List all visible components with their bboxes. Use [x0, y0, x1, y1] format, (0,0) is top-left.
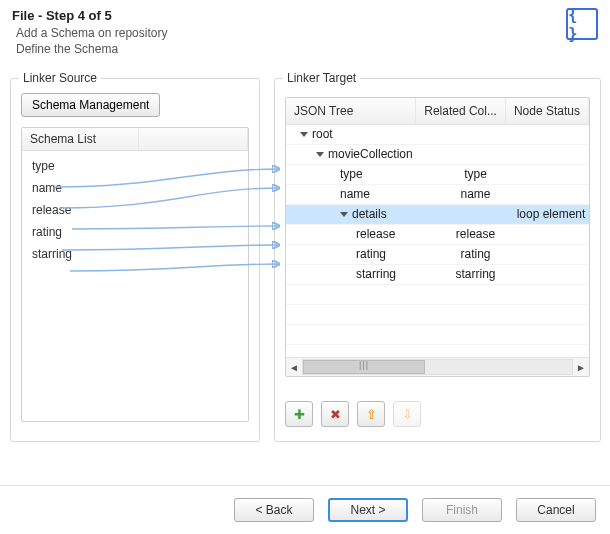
finish-button: Finish [422, 498, 502, 522]
tree-node-label: movieCollection [328, 145, 413, 164]
back-button[interactable]: < Back [234, 498, 314, 522]
linker-target-label: Linker Target [283, 71, 360, 85]
expander-icon[interactable] [340, 212, 348, 217]
wizard-footer: < Back Next > Finish Cancel [0, 485, 610, 534]
list-item[interactable]: release [22, 199, 248, 221]
schema-list-col-1: Schema List [22, 128, 139, 150]
tree-node-label: starring [356, 265, 396, 284]
table-row[interactable]: namename [286, 185, 589, 205]
tree-node-label: release [356, 225, 395, 244]
related-column-cell: type [438, 165, 513, 184]
json-tree-table[interactable]: JSON Tree Related Col... Node Status roo… [285, 97, 590, 377]
tree-node-label: type [340, 165, 363, 184]
schema-list-header: Schema List [22, 128, 248, 151]
col-related: Related Col... [416, 98, 506, 124]
col-json-tree: JSON Tree [286, 98, 416, 124]
linker-target-group: Linker Target JSON Tree Related Col... N… [274, 78, 601, 442]
table-row[interactable]: releaserelease [286, 225, 589, 245]
tree-node-label: details [352, 205, 387, 224]
linker-source-label: Linker Source [19, 71, 101, 85]
move-down-button: ⇩ [393, 401, 421, 427]
node-status-cell [513, 125, 589, 144]
related-column-cell [438, 145, 513, 164]
next-button[interactable]: Next > [328, 498, 408, 522]
col-node-status: Node Status [506, 98, 589, 124]
related-column-cell [438, 125, 513, 144]
remove-button[interactable]: ✖ [321, 401, 349, 427]
cancel-button[interactable]: Cancel [516, 498, 596, 522]
list-item[interactable]: type [22, 155, 248, 177]
node-status-cell [513, 265, 589, 284]
table-row[interactable]: root [286, 125, 589, 145]
tree-node-label: root [312, 125, 333, 144]
node-status-cell [513, 145, 589, 164]
subtitle-1: Add a Schema on repository [16, 25, 167, 41]
node-status-cell [513, 245, 589, 264]
related-column-cell: release [438, 225, 513, 244]
related-column-cell [438, 205, 513, 224]
json-braces-icon: { } [566, 8, 598, 40]
table-row[interactable]: starringstarring [286, 265, 589, 285]
related-column-cell: rating [438, 245, 513, 264]
move-up-button[interactable]: ⇧ [357, 401, 385, 427]
tree-node-label: name [340, 185, 370, 204]
subtitle-2: Define the Schema [16, 41, 167, 57]
linker-source-group: Linker Source Schema Management Schema L… [10, 78, 260, 442]
schema-management-button[interactable]: Schema Management [21, 93, 160, 117]
node-status-cell [513, 165, 589, 184]
related-column-cell: starring [438, 265, 513, 284]
table-row[interactable]: typetype [286, 165, 589, 185]
list-item[interactable]: rating [22, 221, 248, 243]
table-row[interactable]: detailsloop element [286, 205, 589, 225]
tree-h-scrollbar[interactable]: ◄ ► [286, 357, 589, 376]
table-row[interactable] [286, 325, 589, 345]
page-title: File - Step 4 of 5 [12, 8, 167, 23]
table-row[interactable] [286, 285, 589, 305]
node-status-cell [513, 185, 589, 204]
schema-list[interactable]: Schema List typenamereleaseratingstarrin… [21, 127, 249, 422]
node-status-cell [513, 225, 589, 244]
tree-node-label: rating [356, 245, 386, 264]
table-row[interactable]: ratingrating [286, 245, 589, 265]
scroll-right-icon[interactable]: ► [573, 362, 589, 373]
list-item[interactable]: name [22, 177, 248, 199]
table-row[interactable]: movieCollection [286, 145, 589, 165]
list-item[interactable]: starring [22, 243, 248, 265]
add-button[interactable]: ✚ [285, 401, 313, 427]
expander-icon[interactable] [316, 152, 324, 157]
scroll-left-icon[interactable]: ◄ [286, 362, 302, 373]
node-status-cell: loop element [513, 205, 589, 224]
scroll-thumb[interactable] [303, 360, 425, 374]
table-row[interactable] [286, 305, 589, 325]
related-column-cell: name [438, 185, 513, 204]
expander-icon[interactable] [300, 132, 308, 137]
